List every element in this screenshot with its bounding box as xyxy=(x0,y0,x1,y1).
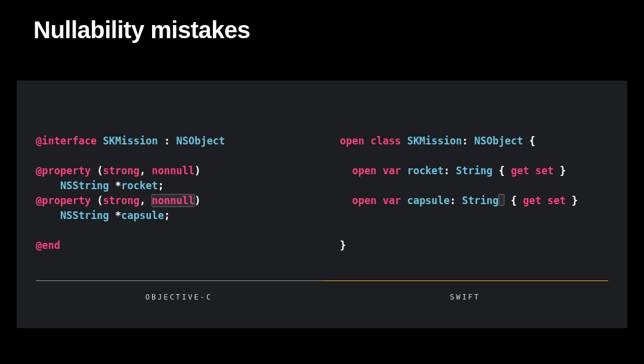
objc-code: @interface SKMission : NSObject @propert… xyxy=(36,119,304,268)
slide: Nullability mistakes @interface SKMissio… xyxy=(0,0,644,364)
objc-footer: OBJECTIVE-C xyxy=(36,280,322,316)
code-panel: @interface SKMission : NSObject @propert… xyxy=(17,81,627,328)
swift-line-8: } xyxy=(340,239,346,251)
highlight-nonnull: nonnull xyxy=(151,194,196,207)
objc-label: OBJECTIVE-C xyxy=(36,281,322,301)
objc-column: @interface SKMission : NSObject @propert… xyxy=(36,116,322,316)
swift-line-1: open class SKMission: NSObject { xyxy=(340,135,535,147)
swift-code: open class SKMission: NSObject { open va… xyxy=(340,119,608,268)
objc-line-6: NSString *capsule; xyxy=(36,209,170,221)
objc-line-5: @property (strong, nonnull) xyxy=(36,195,200,206)
objc-line-1: @interface SKMission : NSObject xyxy=(36,135,225,147)
swift-footer: SWIFT xyxy=(322,280,608,316)
objc-line-8: @end xyxy=(36,239,60,251)
objc-line-3: @property (strong, nonnull) xyxy=(36,165,200,177)
swift-line-3: open var rocket: String { get set } xyxy=(340,165,566,177)
swift-line-5: open var capsule: String { get set } xyxy=(340,195,578,206)
swift-label: SWIFT xyxy=(322,281,608,301)
highlight-optional-marker xyxy=(499,194,504,206)
slide-title: Nullability mistakes xyxy=(33,17,250,44)
swift-column: open class SKMission: NSObject { open va… xyxy=(322,116,608,316)
objc-line-4: NSString *rocket; xyxy=(36,180,164,192)
